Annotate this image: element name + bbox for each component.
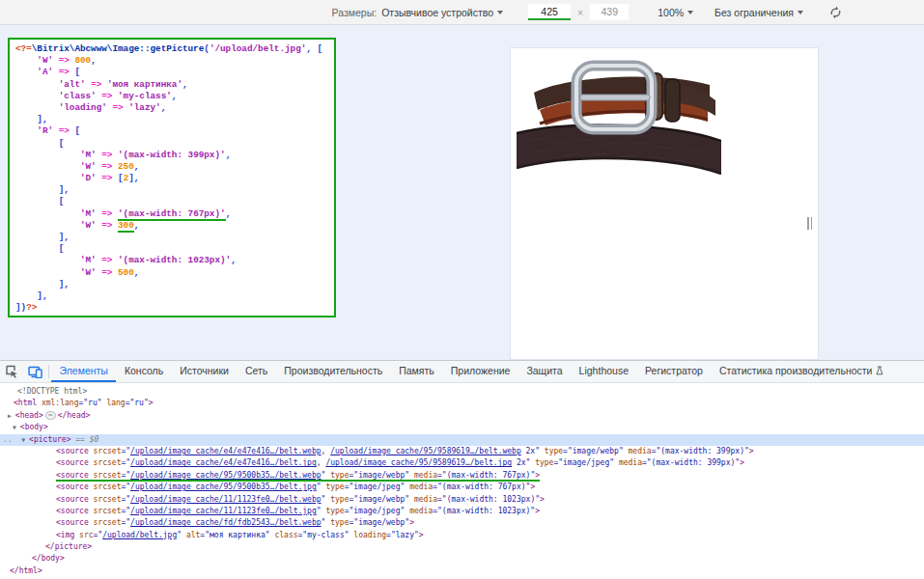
tab-lighthouse[interactable]: Lighthouse xyxy=(571,361,636,382)
dom-tree-row[interactable]: </body> xyxy=(0,553,924,565)
tab-label: Источники xyxy=(180,365,229,376)
viewport-height-input[interactable]: 439 xyxy=(590,4,629,20)
tab-elements[interactable]: Элементы xyxy=(51,361,116,382)
php-code-line: 'alt' => 'моя картинка', xyxy=(15,79,334,91)
tab-label: Регистратор xyxy=(645,365,703,376)
resource-link[interactable]: /upload/image_cache/95/9589619…/belt.web… xyxy=(330,447,520,455)
dom-tree-row[interactable]: <source srcset="/upload/image_cache/e4/e… xyxy=(0,457,924,469)
tab-console[interactable]: Консоль xyxy=(116,361,171,382)
device-type-select[interactable]: Отзывчивое устройство xyxy=(381,7,503,18)
emulated-viewport xyxy=(511,48,818,359)
php-code-line: 'W' => 250, xyxy=(15,161,334,173)
php-code-line: 'A' => [ xyxy=(15,67,334,78)
devtools-tab-bar: ЭлементыКонсольИсточникиСетьПроизводител… xyxy=(0,361,924,383)
tab-label: Консоль xyxy=(125,365,163,376)
flask-icon xyxy=(876,366,883,375)
php-code-line: ], xyxy=(15,114,334,125)
dom-tree-row[interactable]: ▶ <head>⋯</head> xyxy=(0,410,924,422)
dom-tree-row[interactable]: <source srcset="/upload/image_cache/11/1… xyxy=(0,494,924,506)
device-emulation-toolbar: Размеры: Отзывчивое устройство 425 × 439… xyxy=(0,0,924,25)
resource-link[interactable]: /upload/image_cache/95/9500b35…/belt.jpg xyxy=(130,482,317,491)
viewport-width-input[interactable]: 425 xyxy=(528,4,571,20)
tab-label: Сеть xyxy=(245,365,267,376)
php-code-line: [ xyxy=(15,243,334,255)
tab-security[interactable]: Защита xyxy=(518,361,571,382)
dom-tree-row[interactable]: <source srcset="/upload/image_cache/95/9… xyxy=(0,470,924,482)
resource-link[interactable]: /upload/image_cache/11/1123fe0…/belt.jpg xyxy=(130,507,317,515)
toggle-device-toolbar-button[interactable] xyxy=(23,361,46,382)
tab-application[interactable]: Приложение xyxy=(442,361,518,382)
dom-tree-row[interactable]: <img src="/upload/belt.jpg" alt="моя кар… xyxy=(0,530,924,541)
dom-tree-row[interactable]: <source srcset="/upload/image_cache/fd/f… xyxy=(0,517,924,529)
tab-label: Приложение xyxy=(451,365,511,376)
php-code-line: 'M' => '(max-width: 1023px)', xyxy=(15,255,334,266)
belt-product-image xyxy=(517,52,721,185)
chevron-down-icon xyxy=(687,11,693,14)
resource-link[interactable]: /upload/image_cache/e4/e47e416…/belt.web… xyxy=(130,447,321,455)
php-code-line: 'D' => [2], xyxy=(15,173,334,184)
php-code-line: <?=\Bitrix\Abcwww\Image::getPicture('/up… xyxy=(15,43,334,55)
php-code-line: ])?> xyxy=(15,302,334,314)
php-code-line: 'loading' => 'lazy', xyxy=(15,102,334,114)
dom-tree-row[interactable]: </picture> xyxy=(0,541,924,553)
php-code-line: ], xyxy=(15,232,334,243)
php-code-line: 'W' => 800, xyxy=(15,55,334,67)
viewport-resize-handle-right[interactable] xyxy=(807,217,812,230)
resource-link[interactable]: /upload/image_cache/95/9500b35…/belt.web… xyxy=(130,471,321,480)
rotate-viewport-button[interactable] xyxy=(828,6,843,19)
resource-link[interactable]: /upload/image_cache/95/9589619…/belt.jpg xyxy=(325,458,512,467)
tab-label: Производительность xyxy=(284,365,382,376)
resource-link[interactable]: /upload/image_cache/fd/fdb2543…/belt.web… xyxy=(130,518,321,527)
resource-link[interactable]: /upload/belt.jpg xyxy=(102,531,177,539)
toolbar-divider xyxy=(48,365,49,378)
browser-devtools-screen: Размеры: Отзывчивое устройство 425 × 439… xyxy=(0,0,924,579)
tab-label: Память xyxy=(399,365,434,376)
php-code-line: 'class' => 'my-class', xyxy=(15,91,334,102)
device-toolbar-icon xyxy=(28,366,42,378)
php-code-line: 'W' => 500, xyxy=(15,267,334,279)
dom-tree-row[interactable]: <html xml:lang="ru" lang="ru"> xyxy=(0,398,924,409)
dom-tree-row[interactable]: <source srcset="/upload/image_cache/95/9… xyxy=(0,482,924,493)
php-code-line: 'W' => 300, xyxy=(15,220,334,232)
devtools-panel: ЭлементыКонсольИсточникиСетьПроизводител… xyxy=(0,360,924,579)
php-code-line: ], xyxy=(15,290,334,302)
tab-network[interactable]: Сеть xyxy=(237,361,275,382)
dimensions-multiply-sign: × xyxy=(577,7,583,18)
dimensions-label: Размеры: xyxy=(332,7,378,18)
php-code-line: 'R' => [ xyxy=(15,125,334,137)
tab-sources[interactable]: Источники xyxy=(172,361,238,382)
resource-link[interactable]: /upload/image_cache/11/1123fe0…/belt.web… xyxy=(130,495,321,504)
dom-tree-row[interactable]: <source srcset="/upload/image_cache/11/1… xyxy=(0,506,924,517)
php-code-line: ], xyxy=(15,279,334,290)
dom-tree-row[interactable]: <source srcset="/upload/image_cache/e4/e… xyxy=(0,446,924,457)
php-code-line: ], xyxy=(15,184,334,196)
tab-memory[interactable]: Память xyxy=(391,361,443,382)
zoom-level-select[interactable]: 100% xyxy=(658,7,693,18)
chevron-down-icon xyxy=(798,11,803,14)
tab-performance-stats[interactable]: Статистика производительности xyxy=(711,361,892,382)
devtools-tabs: ЭлементыКонсольИсточникиСетьПроизводител… xyxy=(51,361,892,382)
tab-label: Статистика производительности xyxy=(719,365,873,376)
php-code-lines: <?=\Bitrix\Abcwww\Image::getPicture('/up… xyxy=(15,43,334,314)
device-emulation-area: <?=\Bitrix\Abcwww\Image::getPicture('/up… xyxy=(0,25,924,360)
tab-label: Защита xyxy=(526,365,562,376)
dom-tree-row[interactable]: ▼ <body> xyxy=(0,422,924,433)
php-code-annotation-panel: <?=\Bitrix\Abcwww\Image::getPicture('/up… xyxy=(8,38,336,317)
tab-performance[interactable]: Производительность xyxy=(276,361,391,382)
php-code-line: 'M' => '(max-width: 767px)', xyxy=(15,208,334,220)
inspect-element-button[interactable] xyxy=(0,361,23,382)
dom-tree: <!DOCTYPE html><html xml:lang="ru" lang=… xyxy=(0,383,924,577)
php-code-line: 'M' => '(max-width: 399px)', xyxy=(15,150,334,161)
php-code-line: [ xyxy=(15,196,334,207)
chevron-down-icon xyxy=(497,11,503,14)
dom-tree-row[interactable]: <!DOCTYPE html> xyxy=(0,386,924,398)
tab-recorder[interactable]: Регистратор xyxy=(637,361,712,382)
tab-label: Lighthouse xyxy=(579,365,629,376)
throttling-select[interactable]: Без ограничения xyxy=(714,7,803,18)
tab-label: Элементы xyxy=(60,365,108,376)
inspect-cursor-icon xyxy=(5,365,18,378)
dom-tree-row[interactable]: </html> xyxy=(0,565,924,577)
php-code-line: [ xyxy=(15,138,334,150)
resource-link[interactable]: /upload/image_cache/e4/e47e416…/belt.jpg xyxy=(130,458,317,467)
dom-tree-row[interactable]: .. ▼ <picture> == $0 xyxy=(0,434,924,446)
